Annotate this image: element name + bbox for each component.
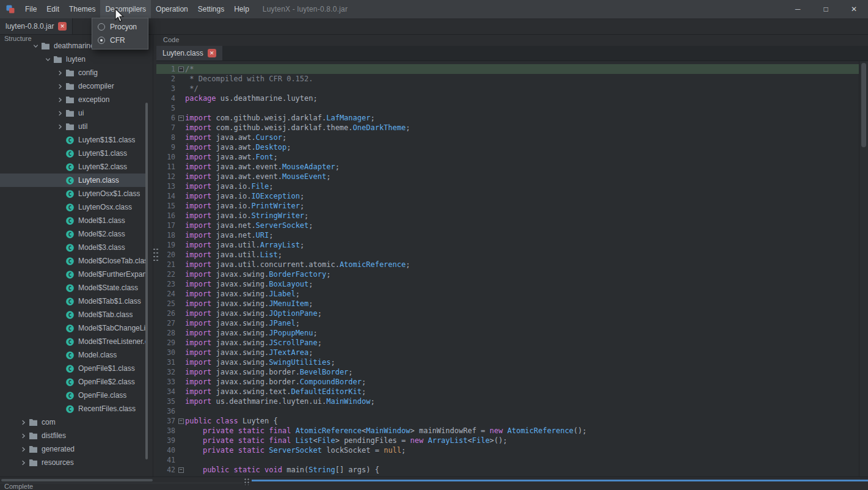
close-button[interactable]: ✕ <box>840 0 868 18</box>
code-text[interactable]: import java.io.IOException; <box>185 191 304 201</box>
tree-node-resources[interactable]: resources <box>0 456 145 469</box>
code-text[interactable]: import javax.swing.JTextArea; <box>185 348 313 357</box>
maximize-button[interactable]: □ <box>812 0 840 18</box>
tree-node-model$tabchangelistener.class[interactable]: CModel$TabChangeListener.class <box>0 321 145 335</box>
code-text[interactable]: private static ServerSocket lockSocket =… <box>185 445 406 455</box>
tree-node-model.class[interactable]: CModel.class <box>0 348 145 362</box>
code-text[interactable]: import javax.swing.JScrollPane; <box>185 338 322 348</box>
chevron-right-icon[interactable] <box>18 431 28 441</box>
code-text[interactable]: import javax.swing.JOptionPane; <box>185 309 322 318</box>
code-text[interactable]: private static final AtomicReference<Mai… <box>185 426 587 436</box>
tree-node-exception[interactable]: exception <box>0 93 145 106</box>
tree-node-com[interactable]: com <box>0 415 145 429</box>
code-editor[interactable]: 1−/*2 * Decompiled with CFR 0.152.3 */4p… <box>156 61 859 477</box>
fold-marker-icon[interactable]: − <box>178 115 184 121</box>
fold-marker-icon[interactable]: − <box>178 419 184 424</box>
tree-node-luyten$2.class[interactable]: CLuyten$2.class <box>0 160 145 174</box>
jar-tab[interactable]: luyten-0.8.0.jar ✕ <box>0 18 73 34</box>
code-text[interactable]: private static final List<File> pendingF… <box>185 436 508 445</box>
code-text[interactable]: import com.github.weisj.darklaf.theme.On… <box>185 123 410 133</box>
code-text[interactable]: import javax.swing.BoxLayout; <box>185 279 313 289</box>
code-text[interactable]: import java.net.ServerSocket; <box>185 221 313 230</box>
chevron-right-icon[interactable] <box>18 417 28 427</box>
code-text[interactable]: public class Luyten { <box>185 416 278 426</box>
code-text[interactable]: public static void main(String[] args) { <box>185 465 379 475</box>
tree-node-distfiles[interactable]: distfiles <box>0 429 145 442</box>
tree-node-openfile$2.class[interactable]: COpenFile$2.class <box>0 375 145 389</box>
menu-item-help[interactable]: Help <box>229 0 254 18</box>
code-text[interactable]: import javax.swing.JPanel; <box>185 318 300 328</box>
code-text[interactable]: import java.awt.Cursor; <box>185 133 286 142</box>
code-text[interactable]: import javax.swing.BorderFactory; <box>185 269 330 279</box>
code-text[interactable]: import javax.swing.SwingUtilities; <box>185 357 335 367</box>
tree-hscrollbar-thumb[interactable] <box>1 479 153 481</box>
tree-node-generated[interactable]: generated <box>0 442 145 456</box>
chevron-right-icon[interactable] <box>55 95 65 104</box>
tree-node-decompiler[interactable]: decompiler <box>0 79 145 93</box>
code-text[interactable]: import java.awt.Desktop; <box>185 142 291 152</box>
menu-option-cfr[interactable]: CFR <box>92 34 148 47</box>
tree-node-openfile$1.class[interactable]: COpenFile$1.class <box>0 362 145 375</box>
tree-node-model$treelistener.class[interactable]: CModel$TreeListener.class <box>0 335 145 348</box>
code-text[interactable]: import java.util.ArrayList; <box>185 240 304 250</box>
tree-node-model$3.class[interactable]: CModel$3.class <box>0 241 145 254</box>
code-text[interactable]: /* <box>185 64 194 74</box>
tree-node-config[interactable]: config <box>0 66 145 79</box>
splitter-grip-icon[interactable] <box>152 247 158 263</box>
chevron-down-icon[interactable] <box>43 54 53 64</box>
code-text[interactable]: import java.awt.Font; <box>185 152 278 162</box>
tree-node-model$2.class[interactable]: CModel$2.class <box>0 227 145 241</box>
code-text[interactable]: import javax.swing.text.DefaultEditorKit… <box>185 387 366 397</box>
code-text[interactable]: import java.net.URI; <box>185 230 274 240</box>
menu-item-settings[interactable]: Settings <box>193 0 229 18</box>
tree-node-ui[interactable]: ui <box>0 106 145 120</box>
code-text[interactable]: * Decompiled with CFR 0.152. <box>185 74 313 84</box>
tree-node-luyten$1.class[interactable]: CLuyten$1.class <box>0 147 145 160</box>
code-text[interactable]: import javax.swing.border.BevelBorder; <box>185 367 353 377</box>
tree-hscrollbar[interactable] <box>0 477 243 483</box>
code-text[interactable]: import java.io.PrintWriter; <box>185 201 304 211</box>
code-text[interactable]: import javax.swing.JMenuItem; <box>185 299 313 309</box>
chevron-right-icon[interactable] <box>55 122 65 131</box>
menu-item-file[interactable]: File <box>20 0 42 18</box>
chevron-right-icon[interactable] <box>55 81 65 91</box>
menu-item-themes[interactable]: Themes <box>64 0 100 18</box>
chevron-down-icon[interactable] <box>31 41 40 51</box>
code-text[interactable]: import java.awt.event.MouseEvent; <box>185 172 330 181</box>
jar-tab-close-icon[interactable]: ✕ <box>58 22 67 31</box>
tree-node-luyten[interactable]: luyten <box>0 53 145 66</box>
minimize-button[interactable]: ─ <box>784 0 812 18</box>
tree-node-model$closetab.class[interactable]: CModel$CloseTab.class <box>0 254 145 268</box>
code-text[interactable]: import us.deathmarine.luyten.ui.MainWind… <box>185 397 375 406</box>
code-text[interactable]: */ <box>185 84 199 93</box>
chevron-right-icon[interactable] <box>18 458 28 467</box>
tree-node-model$furtherexpandingtreelistener.class[interactable]: CModel$FurtherExpandingTreeListener.clas… <box>0 268 145 281</box>
code-text[interactable]: import java.awt.event.MouseAdapter; <box>185 162 340 172</box>
code-text[interactable]: import java.io.StringWriter; <box>185 211 308 221</box>
tree-node-luyten$1$1.class[interactable]: CLuyten$1$1.class <box>0 133 145 147</box>
statusbar-grip-icon[interactable] <box>244 478 250 485</box>
editor-scrollbar[interactable] <box>859 61 868 477</box>
menu-item-edit[interactable]: Edit <box>42 0 64 18</box>
code-text[interactable]: import java.util.concurrent.atomic.Atomi… <box>185 260 410 269</box>
chevron-right-icon[interactable] <box>55 68 65 78</box>
menu-item-decompilers[interactable]: Decompilers <box>100 0 151 18</box>
tree-node-util[interactable]: util <box>0 120 145 133</box>
editor-tab-close-icon[interactable]: ✕ <box>208 49 216 57</box>
fold-marker-icon[interactable]: − <box>178 467 184 473</box>
tree-node-model$1.class[interactable]: CModel$1.class <box>0 214 145 227</box>
tree-node-luytenosx.class[interactable]: CLuytenOsx.class <box>0 200 145 214</box>
tree-node-luyten.class[interactable]: CLuyten.class <box>0 174 145 187</box>
editor-tab-luyten-class[interactable]: Luyten.class ✕ <box>156 46 222 60</box>
code-text[interactable]: import java.util.List; <box>185 250 282 260</box>
tree-node-model$tab$1.class[interactable]: CModel$Tab$1.class <box>0 294 145 308</box>
menu-item-operation[interactable]: Operation <box>151 0 193 18</box>
code-text[interactable]: import javax.swing.JLabel; <box>185 289 300 299</box>
tree-node-luytenosx$1.class[interactable]: CLuytenOsx$1.class <box>0 187 145 200</box>
tree-node-model$state.class[interactable]: CModel$State.class <box>0 281 145 294</box>
chevron-right-icon[interactable] <box>18 444 28 454</box>
code-text[interactable]: import javax.swing.JPopupMenu; <box>185 328 318 338</box>
fold-marker-icon[interactable]: − <box>178 67 184 72</box>
tree-node-openfile.class[interactable]: COpenFile.class <box>0 389 145 402</box>
tree-node-recentfiles.class[interactable]: CRecentFiles.class <box>0 402 145 415</box>
